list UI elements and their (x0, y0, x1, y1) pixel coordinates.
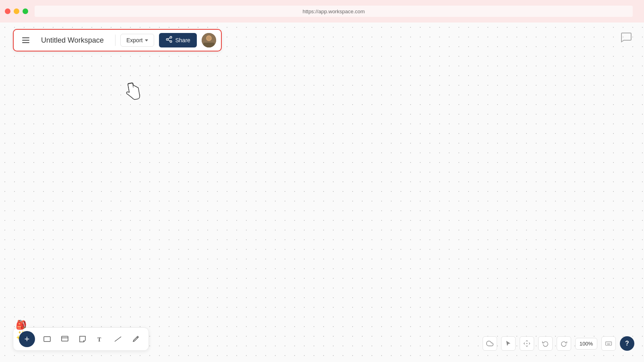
line-icon (114, 335, 122, 343)
rectangle-tool-button[interactable] (40, 332, 54, 346)
svg-line-14 (115, 337, 121, 341)
share-icon (165, 36, 173, 45)
minimize-button[interactable] (14, 8, 19, 14)
sticky-note-icon (78, 335, 87, 343)
keyboard-shortcuts-button[interactable] (601, 336, 616, 351)
svg-line-4 (168, 38, 170, 39)
svg-point-2 (170, 41, 172, 43)
draw-icon (132, 335, 140, 343)
toolbar-divider (115, 35, 116, 46)
add-button-container: 🎒✨ + (19, 331, 37, 347)
undo-icon (542, 340, 549, 347)
zoom-level[interactable]: 100% (575, 338, 597, 350)
redo-button[interactable] (557, 336, 571, 351)
export-label: Export (126, 37, 142, 43)
add-button[interactable]: + (19, 331, 35, 347)
svg-rect-15 (606, 342, 612, 346)
title-bar (0, 0, 644, 23)
help-button[interactable]: ? (620, 336, 634, 351)
rectangle-icon (43, 335, 51, 343)
chevron-down-icon (145, 39, 148, 41)
line-tool-button[interactable] (111, 332, 125, 346)
workspace-title[interactable]: Untitled Workspace (38, 35, 110, 46)
avatar-image (202, 33, 216, 47)
hamburger-line-1 (22, 37, 29, 38)
hamburger-line-3 (22, 42, 29, 43)
cloud-save-button[interactable] (483, 336, 497, 351)
close-button[interactable] (5, 8, 10, 14)
hamburger-icon (22, 37, 29, 43)
chat-button[interactable] (618, 29, 634, 45)
card-tool-button[interactable] (58, 332, 72, 346)
traffic-lights (5, 8, 28, 14)
cloud-icon (486, 340, 493, 347)
keyboard-icon (605, 340, 612, 347)
help-label: ? (625, 340, 629, 347)
draw-tool-button[interactable] (128, 332, 143, 346)
maximize-button[interactable] (23, 8, 28, 14)
svg-rect-7 (203, 43, 215, 47)
svg-line-3 (168, 40, 170, 41)
hamburger-line-2 (22, 40, 29, 41)
export-button[interactable]: Export (120, 34, 154, 47)
text-tool-button[interactable]: T (93, 332, 107, 346)
redo-icon (561, 340, 567, 347)
share-button[interactable]: Share (159, 33, 196, 47)
svg-rect-9 (44, 337, 50, 341)
pan-icon (523, 340, 530, 347)
pointer-cursor (123, 81, 143, 107)
svg-text:T: T (97, 337, 101, 343)
sticky-note-tool-button[interactable] (75, 332, 90, 346)
pan-tool-button[interactable] (520, 336, 534, 351)
undo-button[interactable] (538, 336, 553, 351)
svg-point-0 (170, 37, 172, 39)
text-icon: T (96, 335, 104, 343)
toolbar-panel: Untitled Workspace Export Share (13, 29, 222, 51)
bottom-right-controls: 100% ? (483, 336, 634, 351)
svg-point-1 (167, 39, 169, 41)
svg-point-8 (207, 36, 211, 40)
add-icon: + (25, 334, 30, 344)
cursor-icon (505, 340, 512, 347)
card-icon (61, 335, 69, 343)
url-bar[interactable] (35, 6, 633, 17)
bottom-toolbar: 🎒✨ + T (13, 327, 149, 351)
share-label: Share (175, 37, 190, 43)
menu-button[interactable] (19, 33, 33, 47)
svg-rect-10 (62, 336, 68, 341)
user-avatar[interactable] (202, 33, 216, 47)
select-tool-button[interactable] (501, 336, 516, 351)
canvas-area[interactable]: Untitled Workspace Export Share (0, 23, 644, 362)
